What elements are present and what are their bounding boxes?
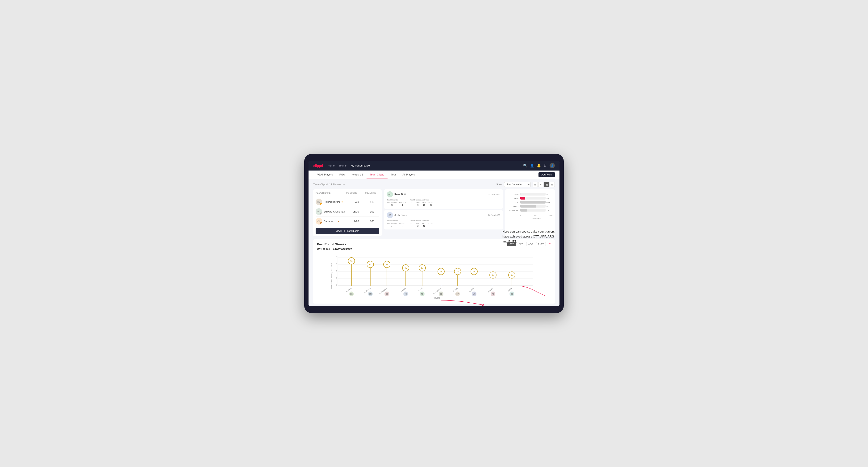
search-icon[interactable]: 🔍 <box>523 164 527 167</box>
svg-text:Best Streak, Fairway Accuracy: Best Streak, Fairway Accuracy <box>331 263 333 289</box>
svg-text:MM: MM <box>473 293 475 295</box>
tab-all-players[interactable]: All Players <box>399 170 418 179</box>
rank-icon: ♦ <box>338 220 339 223</box>
view-leaderboard-button[interactable]: View Full Leaderboard <box>316 228 379 234</box>
nav-teams[interactable]: Teams <box>339 164 346 167</box>
app-stat: APP 0 <box>416 222 420 228</box>
card-view-btn[interactable]: ▦ <box>544 182 549 187</box>
card-header: RB Rees Britt 02 Sep 2023 <box>387 191 500 197</box>
navbar: clippd Home Teams My Performance 🔍 👤 🔔 ⚙… <box>309 161 559 170</box>
svg-text:DB: DB <box>385 293 388 295</box>
bar-fill <box>520 201 546 204</box>
lollipop-chart: Best Streak, Fairway Accuracy 8 6 4 2 0 <box>317 253 551 301</box>
sub-nav-tabs: PGAT Players PGA Hcaps 1-5 Team Clippd T… <box>313 170 538 179</box>
list-view-btn[interactable]: ≡ <box>538 182 544 187</box>
practice-stat: Practice 2 <box>399 222 406 228</box>
bar-fill <box>520 209 527 212</box>
arg-stat: ARG 0 <box>422 222 426 228</box>
bar-fill <box>520 193 521 195</box>
stat-label: OTT <box>410 201 413 204</box>
stat-label: PUTT <box>429 201 434 204</box>
tournament-stat: Tournament 7 <box>387 222 397 228</box>
svg-text:D. Ford: D. Ford <box>453 287 458 292</box>
settings-view-btn[interactable]: ⊟ <box>550 182 555 187</box>
team-header: Team Clippd 14 Players ✏ Show Last 3 mon… <box>313 182 555 187</box>
card-stats: Total Rounds Tournament 8 Practice <box>387 199 500 207</box>
rounds-row: Tournament 8 Practice 4 <box>387 201 406 207</box>
tab-team-clippd[interactable]: Team Clippd <box>367 170 388 179</box>
annotation-text: Here you can see streaks your players ha… <box>502 229 559 244</box>
nav-home[interactable]: Home <box>328 164 335 167</box>
practice-activities-group: Total Practice Activities OTT 0 APP <box>410 220 433 228</box>
bar-value: 3 <box>547 193 552 195</box>
lollipop-svg: Best Streak, Fairway Accuracy 8 6 4 2 0 <box>317 253 551 300</box>
streaks-subtitle: Off The Tee, Fairway Accuracy <box>317 248 551 250</box>
bar-label: D. Bogeys + <box>507 209 519 211</box>
player-score: 19/20 <box>346 200 365 203</box>
avatar: CA 3 <box>316 218 322 224</box>
streaks-section: Best Round Streaks ← OTT APP ARG PUTT ← … <box>313 239 555 304</box>
bell-icon[interactable]: 🔔 <box>537 164 541 167</box>
activities-row: OTT 0 APP 0 ARG <box>410 222 433 228</box>
svg-text:7x: 7x <box>350 260 352 262</box>
card-player: RB Rees Britt <box>387 191 406 197</box>
user-icon[interactable]: 👤 <box>530 164 534 167</box>
stat-value: 0 <box>429 204 434 207</box>
team-title: Team Clippd 14 Players ✏ <box>313 183 345 186</box>
ott-stat: OTT 0 <box>410 222 413 228</box>
stat-value: 0 <box>422 224 426 228</box>
rounds-row: Tournament 7 Practice 2 <box>387 222 406 228</box>
player-info: CA 3 Cameron... ♦ <box>316 218 346 224</box>
stat-value: 7 <box>387 224 397 228</box>
user-avatar[interactable]: 👤 <box>550 163 555 168</box>
svg-text:3x: 3x <box>511 274 513 276</box>
edit-icon[interactable]: ✏ <box>343 183 345 186</box>
table-row: RB 1 Richard Butler ♥ 19/20 110 <box>316 197 379 207</box>
stat-value: 0 <box>410 224 413 228</box>
nav-links: Home Teams My Performance <box>328 164 519 167</box>
col-player-name: PLAYER NAME <box>316 192 346 194</box>
add-team-button[interactable]: Add Team <box>538 172 555 177</box>
bar-row: Pars 499 <box>507 201 552 204</box>
card-player: JC Josh Coles <box>387 212 407 218</box>
tab-pga[interactable]: PGA <box>336 170 348 179</box>
col-pb-avg: PB AVG SQ <box>365 192 379 194</box>
card-date: 02 Sep 2023 <box>488 193 500 195</box>
ott-stat: OTT 0 <box>410 201 413 207</box>
sub-navbar: PGAT Players PGA Hcaps 1-5 Team Clippd T… <box>309 170 559 179</box>
total-rounds-group: Total Rounds Tournament 8 Practice <box>387 199 406 207</box>
leaderboard-header: PLAYER NAME PB SCORE PB AVG SQ <box>316 192 379 195</box>
bar-value: 499 <box>547 201 552 203</box>
card-stats: Total Rounds Tournament 7 Practice <box>387 220 500 228</box>
period-select[interactable]: Last 3 months <box>504 182 531 187</box>
svg-text:4x: 4x <box>440 271 442 273</box>
stat-value: 0 <box>416 204 420 207</box>
bar-container <box>520 201 546 204</box>
tab-tour[interactable]: Tour <box>388 170 399 179</box>
stat-label: PUTT <box>429 222 434 224</box>
bar-x-label: Total Shots <box>507 217 552 219</box>
view-icons: ⊞ ≡ ▦ ⊟ <box>533 182 555 187</box>
player-name: Richard Butler <box>323 200 340 203</box>
svg-text:6x: 6x <box>369 263 371 266</box>
activities-label: Total Practice Activities <box>410 199 433 201</box>
tab-hcaps[interactable]: Hcaps 1-5 <box>348 170 367 179</box>
avatar: JC <box>387 212 393 218</box>
svg-text:EE: EE <box>350 293 352 295</box>
nav-my-performance[interactable]: My Performance <box>351 164 370 167</box>
stat-label: Tournament <box>387 222 397 224</box>
player-name: Josh Coles <box>394 214 407 217</box>
bar-container <box>520 205 546 208</box>
tab-pgat-players[interactable]: PGAT Players <box>313 170 336 179</box>
player-info: RB 1 Richard Butler ♥ <box>316 198 346 205</box>
grid-view-btn[interactable]: ⊞ <box>533 182 538 187</box>
table-row: EC 2 Edward Crossman 18/20 107 <box>316 207 379 217</box>
settings-icon[interactable]: ⚙ <box>544 164 547 167</box>
app-stat: APP 0 <box>416 201 420 207</box>
svg-text:4: 4 <box>336 270 337 272</box>
nav-actions: 🔍 👤 🔔 ⚙ 👤 <box>523 163 555 168</box>
app-logo: clippd <box>313 164 323 168</box>
stat-label: Practice <box>399 222 406 224</box>
bar-value: 131 <box>547 209 552 211</box>
leaderboard-panel: PLAYER NAME PB SCORE PB AVG SQ RB 1 <box>313 189 382 236</box>
